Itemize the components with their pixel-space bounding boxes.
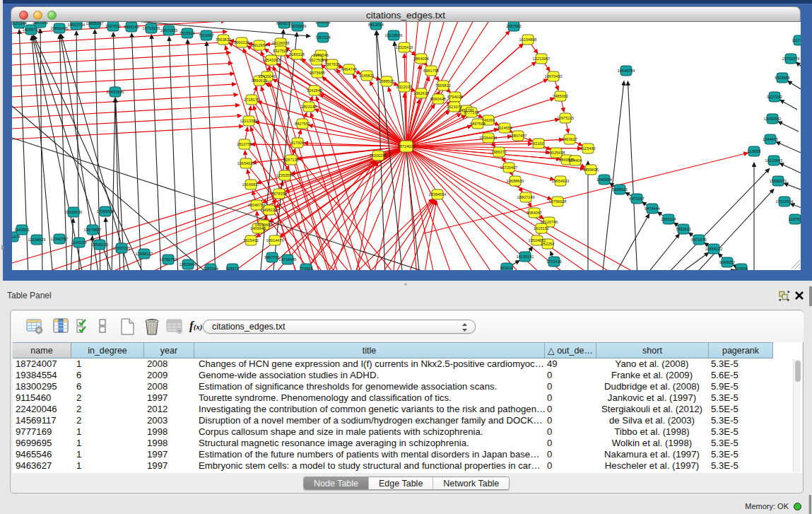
svg-text:8186328: 8186328 bbox=[289, 52, 305, 57]
svg-text:1527602: 1527602 bbox=[105, 24, 121, 28]
svg-text:7386372: 7386372 bbox=[491, 150, 507, 154]
svg-text:12823446: 12823446 bbox=[180, 262, 197, 267]
svg-text:116753: 116753 bbox=[789, 217, 801, 221]
svg-text:10807487: 10807487 bbox=[510, 134, 527, 138]
svg-text:62160: 62160 bbox=[533, 141, 544, 146]
svg-text:14136141: 14136141 bbox=[517, 255, 534, 259]
svg-text:1733426: 1733426 bbox=[546, 259, 562, 264]
svg-text:2367608: 2367608 bbox=[324, 62, 340, 66]
svg-text:10973493: 10973493 bbox=[545, 74, 563, 78]
svg-text:215958: 215958 bbox=[748, 149, 761, 153]
svg-text:5498222: 5498222 bbox=[261, 208, 277, 212]
svg-text:8322037: 8322037 bbox=[396, 85, 412, 89]
svg-text:16648784: 16648784 bbox=[618, 69, 635, 73]
svg-text:18724007: 18724007 bbox=[398, 144, 416, 148]
svg-text:928171: 928171 bbox=[226, 267, 240, 270]
svg-text:1280546: 1280546 bbox=[313, 53, 329, 57]
svg-text:5938923: 5938923 bbox=[612, 187, 628, 192]
svg-text:16210643: 16210643 bbox=[765, 158, 783, 163]
svg-text:1967059: 1967059 bbox=[33, 22, 48, 25]
svg-text:12975115: 12975115 bbox=[557, 116, 574, 120]
svg-text:19654923: 19654923 bbox=[552, 179, 570, 183]
svg-text:417006: 417006 bbox=[291, 141, 305, 145]
svg-text:7563822: 7563822 bbox=[216, 37, 231, 42]
svg-text:19384554: 19384554 bbox=[429, 192, 447, 197]
svg-text:10654122: 10654122 bbox=[705, 247, 723, 251]
svg-text:8912954: 8912954 bbox=[252, 43, 267, 47]
svg-text:7516657: 7516657 bbox=[199, 33, 214, 37]
svg-text:20364436: 20364436 bbox=[480, 136, 498, 140]
svg-text:1588520: 1588520 bbox=[379, 79, 394, 83]
svg-text:3675685: 3675685 bbox=[310, 71, 325, 75]
svg-text:8813054: 8813054 bbox=[368, 23, 384, 27]
svg-text:1862822: 1862822 bbox=[315, 22, 331, 24]
svg-text:8427552: 8427552 bbox=[295, 122, 310, 126]
svg-text:20053346: 20053346 bbox=[107, 90, 124, 94]
svg-text:7832621: 7832621 bbox=[676, 227, 691, 231]
svg-text:19218506: 19218506 bbox=[385, 33, 403, 37]
svg-text:9115460: 9115460 bbox=[580, 146, 595, 151]
svg-text:3267130: 3267130 bbox=[283, 158, 299, 162]
svg-text:8678352: 8678352 bbox=[271, 192, 287, 196]
svg-text:18807249: 18807249 bbox=[517, 195, 535, 199]
svg-text:10543382: 10543382 bbox=[263, 58, 281, 62]
svg-text:9327508: 9327508 bbox=[309, 58, 324, 62]
svg-text:19975887: 19975887 bbox=[84, 228, 102, 232]
svg-text:12093582: 12093582 bbox=[764, 117, 782, 121]
svg-text:20206536: 20206536 bbox=[65, 210, 83, 214]
svg-text:6961758: 6961758 bbox=[423, 69, 439, 73]
svg-text:17957255: 17957255 bbox=[113, 246, 131, 250]
svg-text:18300295: 18300295 bbox=[370, 153, 387, 158]
svg-text:9327506: 9327506 bbox=[273, 49, 288, 53]
svg-text:8471676: 8471676 bbox=[691, 238, 707, 242]
svg-text:984404: 984404 bbox=[569, 158, 582, 163]
svg-text:19166827: 19166827 bbox=[242, 182, 260, 187]
svg-text:3911474: 3911474 bbox=[12, 235, 20, 239]
svg-text:7357224: 7357224 bbox=[315, 35, 331, 40]
svg-text:1117204: 1117204 bbox=[792, 38, 801, 42]
svg-text:14055724: 14055724 bbox=[23, 28, 40, 32]
svg-text:1145159: 1145159 bbox=[71, 240, 86, 245]
svg-text:16154808: 16154808 bbox=[519, 37, 537, 42]
svg-text:7515524: 7515524 bbox=[180, 31, 195, 35]
svg-text:17016504: 17016504 bbox=[776, 199, 794, 204]
svg-text:2718176: 2718176 bbox=[244, 98, 259, 102]
svg-text:12156829: 12156829 bbox=[28, 238, 46, 242]
svg-text:10756928: 10756928 bbox=[549, 199, 567, 204]
svg-text:6794028: 6794028 bbox=[447, 95, 463, 99]
svg-text:9084067: 9084067 bbox=[526, 211, 542, 215]
svg-text:16046756: 16046756 bbox=[248, 203, 266, 207]
svg-text:15720407: 15720407 bbox=[500, 165, 518, 170]
svg-text:9899695: 9899695 bbox=[583, 168, 599, 172]
svg-text:18913704: 18913704 bbox=[68, 23, 86, 27]
svg-text:9245052: 9245052 bbox=[719, 260, 735, 264]
svg-text:1864094: 1864094 bbox=[413, 57, 429, 61]
svg-text:13716485: 13716485 bbox=[279, 257, 297, 262]
svg-text:12213389: 12213389 bbox=[240, 119, 258, 123]
svg-text:1244415: 1244415 bbox=[763, 137, 778, 141]
svg-text:16671355: 16671355 bbox=[160, 28, 178, 33]
svg-text:7955812: 7955812 bbox=[435, 83, 451, 88]
svg-text:9457791: 9457791 bbox=[264, 255, 280, 259]
svg-text:1640954: 1640954 bbox=[596, 177, 612, 182]
svg-text:10655287: 10655287 bbox=[86, 22, 104, 25]
svg-text:9146821: 9146821 bbox=[359, 74, 375, 78]
svg-text:12505155: 12505155 bbox=[91, 243, 109, 247]
svg-text:10120746: 10120746 bbox=[541, 220, 558, 224]
svg-text:9227342: 9227342 bbox=[767, 95, 782, 99]
svg-text:16033809: 16033809 bbox=[289, 24, 307, 28]
svg-text:774301: 774301 bbox=[300, 267, 313, 270]
svg-text:6479197: 6479197 bbox=[629, 197, 645, 201]
svg-text:10719155: 10719155 bbox=[143, 26, 160, 30]
svg-text:7625402: 7625402 bbox=[243, 238, 259, 243]
svg-text:1615152: 1615152 bbox=[534, 226, 549, 230]
svg-text:15692971: 15692971 bbox=[770, 179, 787, 183]
svg-text:9131344: 9131344 bbox=[12, 22, 27, 25]
svg-text:10654925: 10654925 bbox=[237, 161, 255, 165]
svg-text:20691406: 20691406 bbox=[51, 26, 69, 30]
svg-text:10025438: 10025438 bbox=[548, 151, 565, 155]
svg-text:13226058: 13226058 bbox=[272, 41, 290, 45]
svg-text:1409948: 1409948 bbox=[250, 226, 266, 230]
svg-text:252254: 252254 bbox=[541, 242, 555, 246]
svg-text:9329966: 9329966 bbox=[775, 76, 790, 80]
